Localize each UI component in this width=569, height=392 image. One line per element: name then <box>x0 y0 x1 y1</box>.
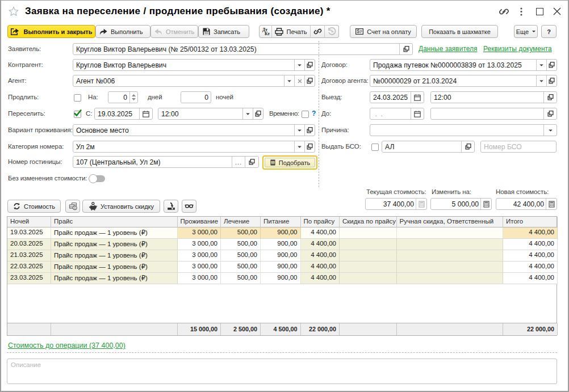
svg-text:$: $ <box>357 28 359 34</box>
svg-text:Кт: Кт <box>265 31 270 36</box>
